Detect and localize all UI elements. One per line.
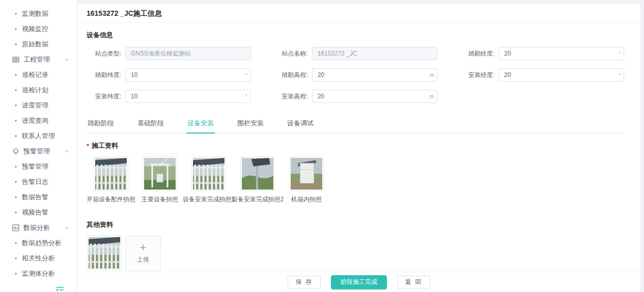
save-button[interactable]: 保 存	[288, 276, 321, 289]
install-elevation-input[interactable]	[312, 90, 438, 103]
sidebar-item-raw-data[interactable]: 原始数据	[0, 37, 76, 52]
photo-thumbnail[interactable]	[87, 235, 122, 270]
sidebar-item-label: 进度管理	[22, 101, 48, 110]
sidebar-item-correlation-analysis[interactable]: 相关性分析	[0, 251, 76, 266]
photo-item: 设备安装完成拍照1	[184, 156, 233, 204]
sidebar-item-label: 工程管理	[23, 55, 50, 64]
input-wrap: °	[125, 90, 251, 103]
field-install-longitude: 安装经度:°	[460, 68, 624, 82]
chevron-up-icon[interactable]	[65, 226, 69, 229]
sidebar-item-label: 联系人管理	[22, 131, 55, 141]
construction-materials-title: * 施工资料	[87, 141, 624, 150]
sidebar-item-contact-management[interactable]: 联系人管理	[0, 128, 76, 144]
field-install-elevation: 安装高程:m	[273, 90, 438, 103]
bullet-icon	[15, 135, 17, 137]
photo-caption: 设备安装完成拍照1	[183, 195, 235, 204]
sidebar-item-label: 巡检计划	[22, 86, 48, 95]
sidebar-item-inspection-plan[interactable]: 巡检计划	[0, 83, 76, 98]
survey-longitude-input[interactable]	[498, 47, 624, 60]
collapse-menu-icon[interactable]	[56, 286, 64, 292]
sidebar-item-label: 预警管理	[22, 162, 48, 171]
install-latitude-input[interactable]	[125, 90, 251, 103]
field-survey-latitude: 踏勘纬度:°	[87, 68, 251, 82]
field-label: 安装经度:	[460, 71, 494, 79]
project-icon	[12, 56, 19, 63]
site-type-input	[125, 47, 251, 60]
field-site-name: 站点名称:	[273, 47, 438, 60]
field-label: 站点类型:	[87, 49, 121, 58]
survey-elevation-input[interactable]	[312, 68, 438, 82]
alert-icon	[12, 148, 19, 155]
field-survey-elevation: 踏勘高程:m	[273, 68, 438, 82]
back-button[interactable]: 返 回	[397, 276, 430, 289]
bullet-icon	[15, 242, 17, 244]
field-site-type: 站点类型:	[87, 47, 251, 60]
upload-button[interactable]: +上传	[125, 235, 161, 271]
bullet-icon	[15, 120, 17, 122]
sidebar-item-label: 数据告警	[22, 193, 48, 202]
input-wrap	[125, 47, 251, 60]
sidebar-item-label: 进度查询	[22, 116, 48, 125]
bullet-icon	[15, 74, 17, 76]
bullet-icon	[15, 257, 17, 259]
sidebar-item-label: 监测数据	[22, 9, 48, 18]
sidebar-item-label: 预警管理	[23, 147, 50, 156]
tab-equipment-install[interactable]: 设备安装	[186, 114, 215, 134]
field-install-latitude: 安装纬度:°	[87, 90, 251, 103]
main-panel: 16153272 _JC施工信息 设备信息 站点类型:站点名称:踏勘经度:°踏勘…	[77, 4, 640, 292]
photo-caption: 机箱内拍照	[291, 195, 322, 204]
field-label: 安装纬度:	[87, 92, 121, 101]
chevron-up-icon[interactable]	[65, 150, 69, 153]
photo-item: 主要设备拍照	[135, 156, 184, 204]
photo-thumbnail[interactable]	[143, 156, 177, 191]
upload-label: 上传	[137, 255, 149, 264]
analysis-icon	[12, 224, 19, 231]
bullet-icon	[15, 28, 17, 30]
sidebar-item-label: 原始数据	[22, 40, 48, 49]
bullet-icon	[15, 211, 17, 214]
sidebar-item-monitoring-body-analysis[interactable]: 监测体分析	[0, 266, 76, 281]
sidebar-item-label: 巡检记录	[22, 70, 48, 79]
sidebar-item-project-management[interactable]: 工程管理	[0, 52, 76, 67]
install-longitude-input[interactable]	[498, 68, 624, 82]
photo-thumbnail[interactable]	[191, 156, 226, 191]
field-label: 站点名称:	[273, 49, 308, 58]
sidebar-item-data-trend-analysis[interactable]: 数据趋势分析	[0, 235, 76, 251]
plus-icon: +	[140, 243, 147, 253]
photo-thumbnail[interactable]	[289, 156, 324, 191]
sidebar-item-video-monitoring[interactable]: 视频监控	[0, 21, 76, 37]
sidebar-item-label: 相关性分析	[22, 254, 55, 263]
sidebar-item-data-analysis[interactable]: 数据分析	[0, 220, 76, 235]
chevron-up-icon[interactable]	[65, 58, 69, 61]
survey-latitude-input[interactable]	[125, 68, 251, 82]
field-label: 安装高程:	[273, 92, 308, 101]
input-wrap: °	[498, 47, 624, 60]
photo-caption: 设备安装完成拍照2	[232, 195, 284, 204]
bullet-icon	[15, 196, 17, 198]
sidebar-item-inspection-records[interactable]: 巡检记录	[0, 67, 76, 83]
site-name-input	[312, 47, 438, 60]
sidebar-item-data-alarm[interactable]: 数据告警	[0, 190, 76, 205]
sidebar-item-alarm-log[interactable]: 告警日志	[0, 174, 76, 190]
sidebar-item-label: 数据趋势分析	[22, 238, 62, 248]
sidebar-item-video-alarm[interactable]: 视频告警	[0, 205, 76, 220]
bullet-icon	[15, 181, 17, 183]
sidebar-item-alert-management[interactable]: 预警管理	[0, 159, 76, 174]
photo-thumbnail[interactable]	[240, 156, 275, 191]
footer-actions: 保 存阶段施工完成返 回	[77, 272, 640, 292]
sidebar-item-label: 视频监控	[22, 24, 48, 34]
sidebar-item-monitoring-data[interactable]: 监测数据	[0, 6, 76, 21]
tab-fence-install[interactable]: 围栏安装	[236, 114, 265, 134]
sidebar-item-progress-query[interactable]: 进度查询	[0, 113, 76, 128]
sidebar-item-progress-management[interactable]: 进度管理	[0, 98, 76, 113]
photo-item: 机箱内拍照	[282, 156, 331, 204]
tab-equipment-debug[interactable]: 设备调试	[286, 114, 315, 134]
sidebar-item-alert-management-group[interactable]: 预警管理	[0, 144, 76, 159]
stage-complete-button[interactable]: 阶段施工完成	[331, 275, 387, 289]
sidebar-menu: 监测数据视频监控原始数据工程管理巡检记录巡检计划进度管理进度查询联系人管理预警管…	[0, 6, 76, 281]
required-asterisk: *	[87, 142, 89, 150]
photo-thumbnail[interactable]	[94, 156, 128, 191]
bullet-icon	[15, 89, 17, 91]
tab-survey-stage[interactable]: 踏勘阶段	[87, 114, 115, 134]
tab-foundation-stage[interactable]: 基础阶段	[136, 114, 165, 134]
